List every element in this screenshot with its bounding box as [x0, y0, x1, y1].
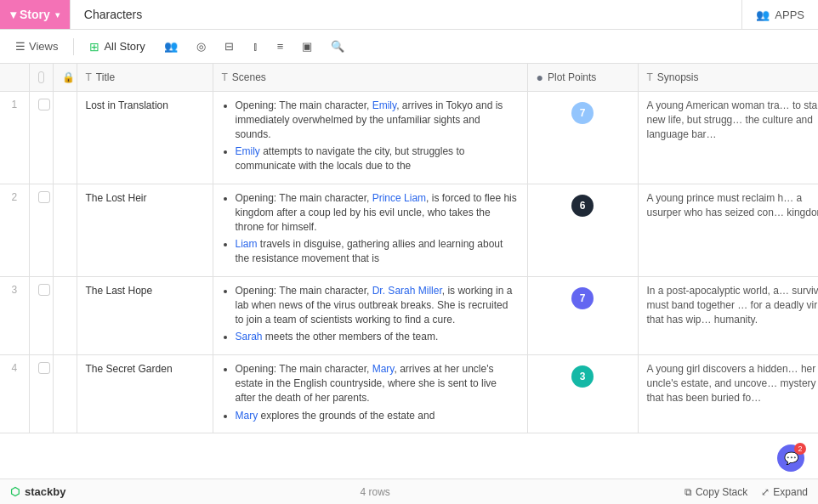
table-body: 1Lost in TranslationOpening: The main ch…: [0, 92, 818, 433]
notification-area: 💬 2: [777, 445, 804, 472]
scenes-header-label: Scenes: [232, 71, 266, 83]
person-group-icon: 👥: [164, 40, 178, 53]
row-synopsis-4: A young girl discovers a hidden… her unc…: [638, 355, 818, 433]
toolbar: ☰ Views ⊞ All Story 👥 ◎ ⊟ ⫿ ≡ ▣ 🔍: [0, 30, 818, 64]
row-num-3: 3: [0, 276, 29, 354]
plotpoints-header-label: Plot Points: [548, 71, 596, 83]
table-container: 🔒 T Title T Scenes ●: [0, 64, 818, 479]
row-checkbox-2[interactable]: [38, 191, 50, 203]
views-button[interactable]: ☰ Views: [9, 37, 65, 56]
characters-tab[interactable]: Characters: [70, 0, 156, 29]
plot-points-badge-4: 3: [571, 365, 594, 388]
stackby-logo: ⬡ stackby: [10, 485, 65, 498]
col-header-check: [29, 64, 53, 92]
expand-label: Expand: [773, 486, 808, 498]
notification-button[interactable]: 💬 2: [777, 445, 804, 472]
row-check-3: [29, 276, 53, 354]
row-synopsis-1: A young American woman tra… to start a n…: [638, 92, 818, 184]
table-row: 2The Lost HeirOpening: The main characte…: [0, 184, 818, 276]
table-header-row: 🔒 T Title T Scenes ●: [0, 64, 818, 92]
row-num-4: 4: [0, 355, 29, 433]
story-table: 🔒 T Title T Scenes ●: [0, 64, 818, 433]
views-label: Views: [29, 40, 58, 53]
search-button[interactable]: 🔍: [324, 37, 351, 56]
row-check-2: [29, 184, 53, 276]
eye-button[interactable]: ◎: [190, 37, 213, 56]
row-title-4: The Secret Garden: [77, 355, 213, 433]
title-header-label: Title: [96, 71, 115, 83]
all-story-button[interactable]: ⊞ All Story: [82, 37, 151, 57]
grid-icon: ⊞: [89, 40, 99, 54]
copy-stack-label: Copy Stack: [696, 486, 747, 498]
apps-icon: 👥: [756, 8, 770, 21]
expand-icon: ⤢: [761, 486, 770, 498]
notification-badge: 2: [794, 443, 806, 455]
plot-points-badge-1: 7: [571, 102, 594, 124]
col-header-synopsis[interactable]: T Synopsis: [638, 64, 818, 92]
row-scenes-3: Opening: The main character, Dr. Sarah M…: [213, 276, 527, 354]
row-synopsis-3: In a post-apocalyptic world, a… survivor…: [638, 276, 818, 354]
row-count: 4 rows: [361, 486, 390, 498]
row-lock-3: [53, 276, 77, 354]
row-title-3: The Last Hope: [77, 276, 213, 354]
table-row: 1Lost in TranslationOpening: The main ch…: [0, 92, 818, 184]
hamburger-icon: ☰: [15, 40, 26, 53]
row-num-1: 1: [0, 92, 29, 184]
row-scenes-1: Opening: The main character, Emily, arri…: [213, 92, 527, 184]
title-type-icon: T: [86, 71, 92, 83]
row-plotpoints-2: 6: [527, 184, 638, 276]
row-check-1: [29, 92, 53, 184]
row-checkbox-3[interactable]: [38, 284, 50, 296]
row-lock-2: [53, 184, 77, 276]
row-plotpoints-1: 7: [527, 92, 638, 184]
sliders-h-button[interactable]: ⊟: [218, 37, 241, 56]
chevron-down-icon: ▾: [10, 8, 16, 21]
col-header-title[interactable]: T Title: [77, 64, 213, 92]
status-right: ⧉ Copy Stack ⤢ Expand: [685, 486, 808, 498]
row-checkbox-4[interactable]: [38, 362, 50, 374]
apps-button[interactable]: 👥 APPS: [741, 0, 818, 29]
characters-tab-label: Characters: [84, 8, 142, 21]
plot-points-badge-2: 6: [571, 195, 594, 217]
tab-bar: ▾ Story ▾ Characters 👥 APPS: [0, 0, 818, 30]
row-plotpoints-4: 3: [527, 355, 638, 433]
person-group-button[interactable]: 👥: [157, 37, 185, 56]
header-checkbox[interactable]: [38, 71, 44, 83]
plotpoints-type-icon: ●: [537, 71, 543, 84]
search-icon: 🔍: [331, 40, 344, 53]
scenes-type-icon: T: [222, 71, 228, 83]
filter-icon: ≡: [277, 40, 284, 53]
lock-icon: 🔒: [62, 71, 75, 83]
story-tab-chevron: ▾: [55, 10, 60, 20]
row-checkbox-1[interactable]: [38, 99, 50, 110]
story-tab-label: Story: [20, 8, 50, 21]
row-num-2: 2: [0, 184, 29, 276]
copy-icon: ⧉: [685, 486, 692, 498]
table-row: 4The Secret GardenOpening: The main char…: [0, 355, 818, 433]
row-plotpoints-3: 7: [527, 276, 638, 354]
row-check-4: [29, 355, 53, 433]
sliders-v-button[interactable]: ⫿: [246, 37, 265, 56]
row-lock-1: [53, 92, 77, 184]
row-title-2: The Lost Heir: [77, 184, 213, 276]
sliders-h-icon: ⊟: [224, 40, 234, 53]
expand-button[interactable]: ⤢ Expand: [761, 486, 808, 498]
plot-points-badge-3: 7: [571, 287, 594, 309]
stackby-logo-icon: ⬡: [10, 485, 20, 498]
apps-label: APPS: [775, 8, 804, 21]
row-lock-4: [53, 355, 77, 433]
square-button[interactable]: ▣: [295, 37, 319, 56]
status-bar: ⬡ stackby 4 rows ⧉ Copy Stack ⤢ Expand: [0, 479, 818, 504]
stackby-logo-label: stackby: [25, 485, 65, 498]
synopsis-header-label: Synopsis: [657, 71, 699, 83]
synopsis-type-icon: T: [647, 71, 653, 83]
all-story-label: All Story: [104, 40, 145, 53]
sliders-v-icon: ⫿: [253, 40, 258, 53]
story-tab[interactable]: ▾ Story ▾: [0, 0, 70, 29]
copy-stack-button[interactable]: ⧉ Copy Stack: [685, 486, 747, 498]
filter-button[interactable]: ≡: [270, 37, 291, 56]
col-header-scenes[interactable]: T Scenes: [213, 64, 527, 92]
square-icon: ▣: [302, 40, 312, 53]
col-header-plotpoints[interactable]: ● Plot Points: [527, 64, 638, 92]
row-scenes-2: Opening: The main character, Prince Liam…: [213, 184, 527, 276]
